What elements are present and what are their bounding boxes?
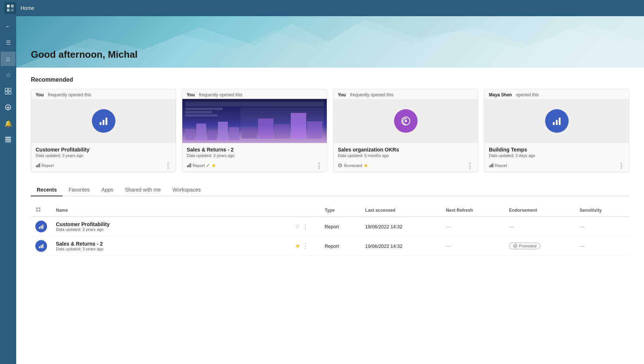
svg-rect-23 (189, 164, 190, 167)
card-2-more[interactable]: ⋮ (316, 162, 322, 169)
svg-rect-39 (42, 225, 43, 229)
card-1-more[interactable]: ⋮ (165, 162, 171, 169)
svg-rect-33 (36, 207, 38, 209)
row-2-type: Report (320, 236, 361, 256)
promoted-badge: Promoted (509, 243, 541, 249)
card-3-header: You frequently opened this (333, 89, 478, 99)
card-1-thumb (31, 99, 176, 143)
card-4-more[interactable]: ⋮ (618, 162, 625, 169)
card-building-temps[interactable]: Maya Shen opened this Building Temps Dat… (484, 89, 629, 172)
table-row: Sales & Returns - 2 Data updated: 3 year… (31, 236, 629, 256)
row-2-icon (35, 240, 47, 252)
content-tabs: Recents Favorites Apps Shared with me Wo… (31, 184, 629, 196)
card-2-line-3 (185, 114, 218, 117)
card-1-name: Customer Profitability (36, 147, 171, 153)
card-3-star-icon[interactable]: ★ (364, 163, 368, 168)
tab-apps[interactable]: Apps (96, 184, 119, 196)
bar-1 (185, 129, 195, 140)
card-3-actions: ⋮ (467, 162, 473, 169)
card-sales-okrs[interactable]: You frequently opened this Sales organiz… (333, 89, 478, 172)
row-1-name: Customer Profitability (56, 221, 286, 227)
recommended-title: Recommended (31, 76, 629, 83)
card-4-header-text: opened this (516, 92, 539, 97)
card-3-info: Sales organization OKRs Data updated: 5 … (333, 143, 478, 161)
card-2-verified-icon: ✓ (206, 163, 210, 168)
row-2-actions-cell: ★ ⋮ (291, 236, 320, 256)
row-1-actions: ☆ ⋮ (295, 222, 316, 231)
svg-rect-17 (36, 165, 37, 167)
card-2-type: Report ✓ ★ (187, 163, 216, 168)
recommended-cards: You frequently opened this Customer Prof… (31, 89, 629, 172)
svg-rect-24 (190, 163, 191, 167)
card-2-you: You (187, 92, 195, 97)
card-4-footer: Report ⋮ (484, 161, 629, 172)
svg-rect-41 (41, 245, 42, 248)
col-sensitivity: Sensitivity (575, 204, 629, 217)
row-1-star[interactable]: ☆ (295, 223, 300, 230)
row-1-icon-cell (31, 217, 51, 236)
svg-point-25 (405, 120, 407, 122)
sidebar-item-data-hub[interactable] (1, 100, 15, 115)
card-2-star-icon[interactable]: ★ (211, 163, 216, 168)
card-sales-returns[interactable]: You frequently opened this (182, 89, 327, 172)
sidebar-item-favorites[interactable]: ☆ (1, 68, 15, 82)
card-4-info: Building Temps Data updated: 3 days ago (484, 143, 629, 161)
card-2-header-bar (185, 102, 324, 106)
sidebar-item-workspace[interactable] (1, 132, 15, 147)
col-actions (291, 204, 320, 217)
sidebar-item-browse[interactable] (1, 84, 15, 99)
card-4-actions: ⋮ (618, 162, 625, 169)
rbar-1 (242, 127, 257, 139)
bar-3 (207, 131, 217, 140)
row-2-more[interactable]: ⋮ (302, 242, 309, 250)
card-1-you: You (36, 92, 44, 97)
sidebar-hamburger[interactable]: ☰ (1, 35, 15, 50)
card-4-type: Report (489, 163, 507, 168)
svg-rect-15 (103, 120, 104, 125)
bar-5 (229, 127, 239, 140)
card-4-name: Building Temps (489, 147, 625, 153)
card-1-header-text: frequently opened this (48, 92, 91, 97)
sidebar-item-monitoring[interactable]: 🔔 (1, 116, 15, 131)
tab-favorites[interactable]: Favorites (62, 184, 96, 196)
col-last-accessed: Last accessed (361, 204, 441, 217)
row-1-more[interactable]: ⋮ (302, 222, 309, 231)
card-2-name: Sales & Returns - 2 (187, 147, 322, 153)
card-3-more[interactable]: ⋮ (467, 162, 473, 169)
row-2-meta: Data updated: 3 years ago (56, 247, 286, 251)
row-1-name-text: Customer Profitability Data updated: 3 y… (56, 221, 286, 232)
tab-shared[interactable]: Shared with me (119, 184, 167, 196)
row-1-meta: Data updated: 3 years ago (56, 227, 286, 232)
col-type: Type (320, 204, 361, 217)
rbar-2 (258, 118, 273, 139)
card-4-meta: Data updated: 3 days ago (489, 153, 625, 158)
card-1-header: You frequently opened this (31, 89, 176, 99)
sidebar: ← ☰ ⌂ ☆ 🔔 (0, 16, 16, 364)
card-4-person: Maya Shen (489, 92, 512, 97)
top-bar: Home (0, 0, 644, 16)
row-2-name-cell: Sales & Returns - 2 Data updated: 3 year… (51, 236, 291, 256)
svg-rect-37 (39, 227, 40, 229)
tab-workspaces[interactable]: Workspaces (167, 184, 207, 196)
hero-banner: Good afternoon, Michal (16, 16, 644, 68)
card-1-body: Customer Profitability Data updated: 3 y… (31, 143, 176, 161)
svg-rect-18 (37, 165, 38, 167)
row-1-endorsement: — (505, 217, 575, 236)
row-2-star[interactable]: ★ (295, 243, 300, 249)
card-2-actions: ⋮ (316, 162, 322, 169)
svg-rect-21 (187, 165, 188, 167)
card-customer-profitability[interactable]: You frequently opened this Customer Prof… (31, 89, 176, 172)
sidebar-item-home[interactable]: ⌂ (1, 51, 15, 66)
card-3-name: Sales organization OKRs (338, 147, 473, 153)
svg-rect-35 (36, 210, 38, 212)
row-2-name-text: Sales & Returns - 2 Data updated: 3 year… (56, 241, 286, 251)
card-1-actions: ⋮ (165, 162, 171, 169)
svg-rect-6 (5, 92, 8, 94)
card-2-meta: Data updated: 3 years ago (187, 153, 322, 158)
svg-rect-11 (5, 142, 11, 143)
svg-rect-8 (5, 137, 11, 138)
svg-rect-2 (7, 9, 10, 11)
sidebar-back[interactable]: ← (1, 19, 15, 34)
card-4-thumb (484, 99, 629, 143)
tab-recents[interactable]: Recents (31, 184, 62, 196)
